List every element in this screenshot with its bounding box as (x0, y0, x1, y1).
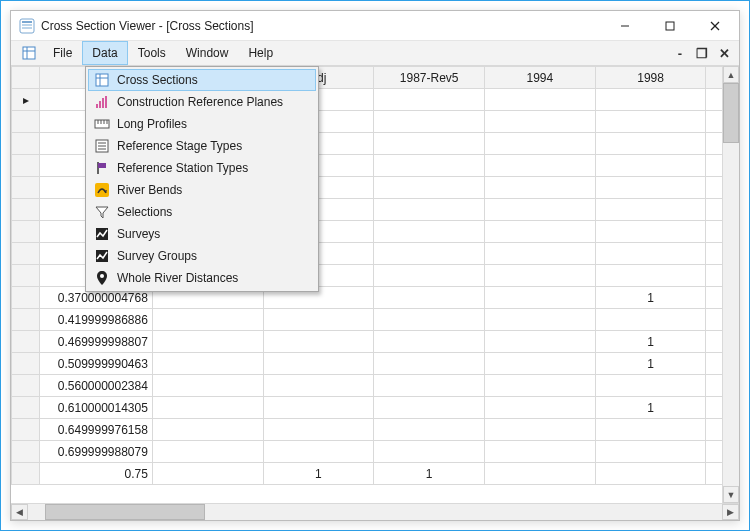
cell[interactable]: 0.699999988079 (40, 441, 153, 463)
cell[interactable] (152, 309, 263, 331)
menu-item-surveys[interactable]: Surveys (88, 223, 316, 245)
table-row[interactable]: 0.649999976158 (12, 419, 740, 441)
scroll-left-button[interactable]: ◀ (11, 504, 28, 520)
cell[interactable] (595, 177, 706, 199)
cell[interactable] (595, 111, 706, 133)
row-header[interactable] (12, 331, 40, 353)
menu-item-selections[interactable]: Selections (88, 201, 316, 223)
row-header[interactable] (12, 419, 40, 441)
column-header[interactable]: 1987-Rev5 (374, 67, 485, 89)
cell[interactable] (152, 331, 263, 353)
cell[interactable] (595, 199, 706, 221)
cell[interactable] (374, 441, 485, 463)
cell[interactable]: 0.419999986886 (40, 309, 153, 331)
cell[interactable] (485, 199, 596, 221)
cell[interactable]: 0.560000002384 (40, 375, 153, 397)
menu-tools[interactable]: Tools (128, 41, 176, 65)
table-row[interactable]: 0.75111 (12, 463, 740, 485)
cell[interactable] (374, 331, 485, 353)
minimize-button[interactable] (602, 11, 647, 40)
row-header[interactable] (12, 353, 40, 375)
cell[interactable] (374, 155, 485, 177)
menu-help[interactable]: Help (238, 41, 283, 65)
cell[interactable]: 0.610000014305 (40, 397, 153, 419)
cell[interactable] (595, 155, 706, 177)
row-header[interactable] (12, 397, 40, 419)
row-header[interactable] (12, 243, 40, 265)
row-header[interactable] (12, 155, 40, 177)
cell[interactable]: 0.75 (40, 463, 153, 485)
cell[interactable] (374, 375, 485, 397)
mdi-minimize-button[interactable]: - (671, 45, 689, 61)
cell[interactable] (485, 375, 596, 397)
cell[interactable] (595, 375, 706, 397)
cell[interactable] (485, 419, 596, 441)
menubar[interactable]: File Data Tools Window Help - ❐ ✕ Cross … (11, 41, 739, 66)
cell[interactable] (263, 353, 374, 375)
row-header[interactable] (12, 463, 40, 485)
vscroll-track[interactable] (723, 83, 739, 486)
vertical-scrollbar[interactable]: ▲ ▼ (722, 66, 739, 503)
table-row[interactable]: 0.46999999880711 (12, 331, 740, 353)
scroll-up-button[interactable]: ▲ (723, 66, 739, 83)
cell[interactable] (152, 353, 263, 375)
menu-item-survey-groups[interactable]: Survey Groups (88, 245, 316, 267)
cell[interactable] (152, 441, 263, 463)
cell[interactable] (374, 221, 485, 243)
vscroll-thumb[interactable] (723, 83, 739, 143)
cell[interactable] (263, 309, 374, 331)
cell[interactable] (595, 441, 706, 463)
column-header[interactable]: 1998 (595, 67, 706, 89)
cell[interactable]: 1 (263, 463, 374, 485)
scroll-right-button[interactable]: ▶ (722, 504, 739, 520)
cell[interactable] (374, 243, 485, 265)
cell[interactable] (263, 331, 374, 353)
horizontal-scrollbar[interactable]: ◀ ▶ (11, 503, 739, 520)
cell[interactable]: 0.649999976158 (40, 419, 153, 441)
scroll-down-button[interactable]: ▼ (723, 486, 739, 503)
menu-item-reference-stage-types[interactable]: Reference Stage Types (88, 135, 316, 157)
cell[interactable] (374, 353, 485, 375)
cell[interactable] (263, 397, 374, 419)
row-header-corner[interactable] (12, 67, 40, 89)
hscroll-track[interactable] (28, 504, 722, 520)
cell[interactable] (485, 177, 596, 199)
cell[interactable]: 0.469999998807 (40, 331, 153, 353)
cell[interactable] (595, 309, 706, 331)
menu-item-river-bends[interactable]: River Bends (88, 179, 316, 201)
cell[interactable]: 0.509999990463 (40, 353, 153, 375)
cell[interactable] (485, 243, 596, 265)
cell[interactable] (485, 331, 596, 353)
cell[interactable] (263, 375, 374, 397)
menu-data[interactable]: Data (82, 41, 127, 65)
row-header[interactable] (12, 199, 40, 221)
cell[interactable] (485, 397, 596, 419)
cell[interactable] (152, 375, 263, 397)
row-header[interactable] (12, 177, 40, 199)
cell[interactable] (374, 89, 485, 111)
cell[interactable] (485, 111, 596, 133)
cell[interactable] (374, 419, 485, 441)
cell[interactable] (595, 419, 706, 441)
cell[interactable]: 1 (595, 353, 706, 375)
cell[interactable] (374, 397, 485, 419)
cell[interactable]: 1 (595, 331, 706, 353)
cell[interactable] (485, 287, 596, 309)
cell[interactable] (374, 177, 485, 199)
menu-item-whole-river-distances[interactable]: Whole River Distances (88, 267, 316, 289)
cell[interactable] (152, 463, 263, 485)
cell[interactable] (374, 111, 485, 133)
table-row[interactable]: 0.560000002384 (12, 375, 740, 397)
cell[interactable] (595, 265, 706, 287)
row-header[interactable] (12, 133, 40, 155)
maximize-button[interactable] (647, 11, 692, 40)
menu-window[interactable]: Window (176, 41, 239, 65)
row-header[interactable] (12, 309, 40, 331)
mdi-close-button[interactable]: ✕ (715, 45, 733, 61)
menu-file[interactable]: File (43, 41, 82, 65)
cell[interactable] (485, 221, 596, 243)
cell[interactable] (485, 265, 596, 287)
cell[interactable] (485, 133, 596, 155)
row-header[interactable] (12, 111, 40, 133)
cell[interactable] (485, 155, 596, 177)
